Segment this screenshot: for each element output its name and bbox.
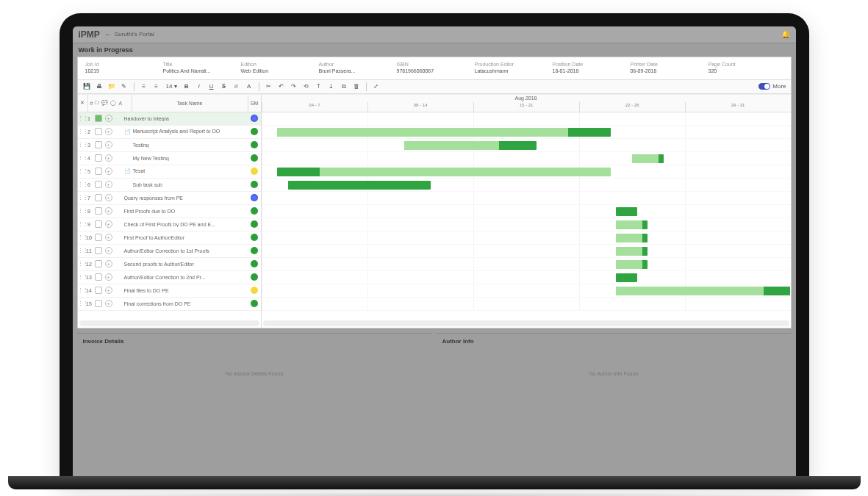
task-row[interactable]: ⋮⋮8+First Proofs due to DO — [78, 205, 261, 218]
font-color-icon[interactable]: A — [245, 82, 254, 91]
drag-grip-icon[interactable]: ⋮⋮ — [78, 129, 85, 134]
redo-icon[interactable]: ↷ — [290, 82, 298, 91]
expand-icon[interactable]: ⤢ — [372, 82, 381, 91]
horizontal-scrollbar[interactable] — [79, 320, 259, 326]
row-checkbox[interactable] — [95, 207, 102, 215]
portal-name[interactable]: Suruthi's Portal — [115, 31, 154, 37]
bold-icon[interactable]: B — [182, 82, 191, 91]
gantt-bar[interactable] — [616, 207, 637, 216]
undo-icon[interactable]: ↶ — [277, 82, 286, 91]
row-checkbox[interactable] — [95, 220, 102, 228]
week-column[interactable]: 22 - 28· · · · · · · — [579, 102, 685, 112]
horizontal-scrollbar[interactable] — [263, 320, 789, 326]
font-size-selector[interactable]: 14 ▾ — [165, 83, 179, 90]
drag-grip-icon[interactable]: ⋮⋮ — [78, 208, 85, 214]
refresh-icon[interactable]: ⟲ — [302, 82, 311, 91]
task-row[interactable]: ⋮⋮9+Check of First Proofs by DO PE and E… — [78, 218, 261, 231]
task-row[interactable]: ⋮⋮14+Final files to DO PE — [78, 284, 261, 298]
copy-icon[interactable]: ⧉ — [340, 82, 348, 91]
highlight-icon[interactable]: ⎚ — [232, 82, 241, 91]
drag-grip-icon[interactable]: ⋮⋮ — [78, 301, 85, 306]
row-checkbox[interactable] — [95, 168, 102, 175]
gantt-bar[interactable] — [277, 128, 568, 137]
print-icon[interactable]: 🖶 — [95, 82, 104, 91]
close-panel-icon[interactable]: ✕ — [78, 95, 88, 112]
strikethrough-icon[interactable]: S̶ — [220, 82, 229, 91]
drag-grip-icon[interactable]: ⋮⋮ — [78, 234, 85, 240]
gantt-body[interactable] — [262, 112, 791, 311]
task-name-header[interactable]: Task Name — [132, 95, 248, 112]
gantt-bar[interactable] — [404, 141, 500, 150]
week-column[interactable]: 29 - 31· · · · · · · — [685, 102, 791, 112]
expand-icon[interactable]: + — [105, 300, 112, 307]
task-row[interactable]: ⋮⋮10+First Proof to Author/Editor — [78, 231, 261, 245]
row-checkbox[interactable] — [95, 181, 102, 188]
cut-icon[interactable]: ✂ — [265, 82, 273, 91]
gantt-bar[interactable] — [616, 247, 642, 256]
expand-icon[interactable]: + — [105, 154, 112, 162]
gantt-bar[interactable] — [616, 287, 764, 295]
task-name-cell[interactable]: Final files to DO PE — [121, 288, 248, 293]
task-row[interactable]: ⋮⋮12+Second proofs to Author/Editor — [78, 258, 261, 271]
row-checkbox[interactable] — [95, 273, 102, 281]
row-checkbox[interactable] — [95, 128, 102, 135]
align-left-icon[interactable]: ≡ — [140, 82, 148, 91]
task-name-cell[interactable]: Sub task sub — [121, 182, 248, 187]
drag-grip-icon[interactable]: ⋮⋮ — [78, 261, 85, 267]
task-row[interactable]: ⋮⋮7+Query responses from PE — [78, 192, 261, 205]
edit-icon[interactable]: ✎ — [120, 82, 129, 91]
task-row[interactable]: ⋮⋮2+📄Manuscript Analysis and Report to D… — [78, 126, 261, 139]
row-checkbox[interactable] — [95, 287, 102, 294]
gantt-bar[interactable] — [616, 220, 642, 229]
drag-grip-icon[interactable]: ⋮⋮ — [78, 287, 85, 293]
task-name-cell[interactable]: Author/Editor Correction to 2nd Pr... — [121, 275, 248, 280]
task-row[interactable]: ⋮⋮15+Final corrections from DO PE — [78, 298, 261, 311]
drag-grip-icon[interactable]: ⋮⋮ — [78, 168, 85, 174]
upload-icon[interactable]: ⤒ — [315, 82, 323, 91]
task-row[interactable]: ⋮⋮1+Handover to integra — [78, 112, 261, 126]
notification-bell-icon[interactable]: 🔔 — [781, 30, 790, 38]
gantt-bar[interactable] — [277, 168, 320, 176]
gantt-bar[interactable] — [632, 154, 659, 163]
sm-header[interactable]: SM — [248, 95, 261, 112]
folder-icon[interactable]: 📁 — [107, 82, 116, 91]
gantt-bar[interactable] — [616, 260, 642, 269]
more-toggle[interactable]: More — [758, 83, 786, 90]
task-row[interactable]: ⋮⋮13+Author/Editor Correction to 2nd Pr.… — [78, 271, 261, 284]
gantt-bar[interactable] — [616, 273, 637, 282]
expand-icon[interactable]: + — [105, 287, 112, 294]
drag-grip-icon[interactable]: ⋮⋮ — [78, 221, 85, 227]
task-name-cell[interactable]: Final corrections from DO PE — [121, 301, 248, 306]
expand-icon[interactable]: + — [105, 273, 112, 281]
task-row[interactable]: ⋮⋮5+📄Tesat — [78, 165, 261, 179]
drag-grip-icon[interactable]: ⋮⋮ — [78, 155, 85, 161]
task-name-cell[interactable]: First Proofs due to DO — [121, 209, 248, 214]
expand-icon[interactable]: + — [105, 115, 112, 122]
expand-icon[interactable]: + — [105, 194, 112, 201]
expand-icon[interactable]: + — [105, 234, 112, 241]
expand-icon[interactable]: + — [105, 220, 112, 228]
save-icon[interactable]: 💾 — [82, 82, 91, 91]
task-name-cell[interactable]: Testing — [121, 143, 248, 148]
task-name-cell[interactable]: First Proof to Author/Editor — [121, 235, 248, 240]
task-name-cell[interactable]: Second proofs to Author/Editor — [121, 262, 248, 267]
expand-icon[interactable]: + — [105, 247, 112, 254]
row-checkbox[interactable] — [95, 300, 102, 307]
task-row[interactable]: ⋮⋮6+Sub task sub — [78, 179, 261, 192]
week-column[interactable]: 04 - 7· · · · · · · — [262, 102, 367, 112]
expand-icon[interactable]: + — [105, 168, 112, 175]
task-name-cell[interactable]: Author/Editor Correction to 1st Proofs — [121, 248, 248, 254]
drag-grip-icon[interactable]: ⋮⋮ — [78, 248, 85, 254]
expand-icon[interactable]: + — [105, 181, 112, 188]
expand-icon[interactable]: + — [105, 141, 112, 148]
gantt-bar[interactable] — [277, 168, 611, 176]
task-row[interactable]: ⋮⋮11+Author/Editor Correction to 1st Pro… — [78, 245, 261, 258]
gantt-bar[interactable] — [616, 234, 642, 242]
row-checkbox[interactable] — [95, 194, 102, 201]
week-column[interactable]: 15 - 21· · · · · · · — [473, 102, 579, 112]
underline-icon[interactable]: U — [207, 82, 216, 91]
task-name-cell[interactable]: 📄Tesat — [121, 168, 248, 174]
delete-icon[interactable]: 🗑 — [352, 82, 361, 91]
gantt-bar[interactable] — [288, 181, 431, 190]
drag-grip-icon[interactable]: ⋮⋮ — [78, 274, 85, 280]
